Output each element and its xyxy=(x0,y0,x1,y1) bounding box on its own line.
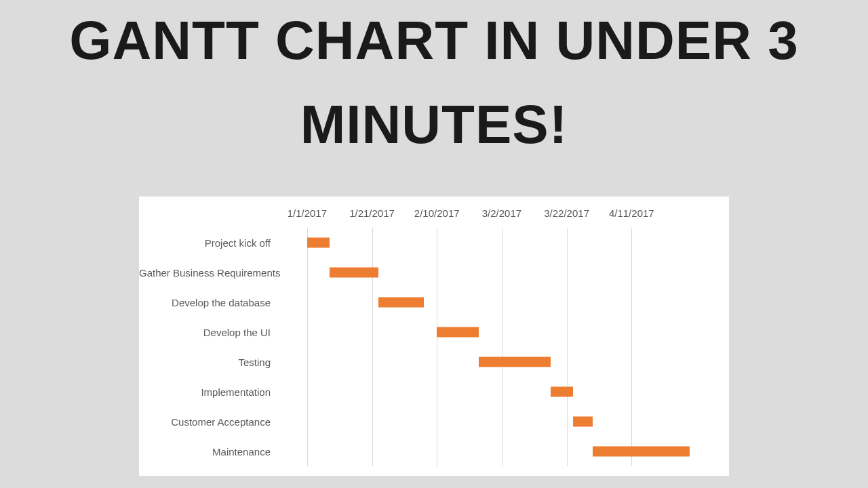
gantt-bar xyxy=(479,357,550,367)
x-tick-label: 4/11/2017 xyxy=(609,207,654,219)
gantt-bar xyxy=(573,417,593,427)
x-gridline xyxy=(567,228,568,466)
x-gridline xyxy=(502,228,502,466)
title-line-1: GANTT CHART IN UNDER 3 xyxy=(0,0,868,69)
y-tick-label: Implementation xyxy=(139,386,271,398)
y-tick-label: Maintenance xyxy=(139,446,271,458)
x-tick-label: 3/22/2017 xyxy=(544,207,589,219)
gantt-bar xyxy=(378,298,424,308)
y-tick-label: Gather Business Requirements xyxy=(139,267,271,279)
x-gridline xyxy=(437,228,437,466)
y-tick-label: Develop the UI xyxy=(139,327,271,338)
x-gridline xyxy=(372,228,373,466)
gantt-bar xyxy=(593,447,690,457)
plot-area xyxy=(275,228,696,466)
x-axis-labels: 1/1/20171/21/20172/10/20173/2/20173/22/2… xyxy=(275,207,696,224)
x-gridline xyxy=(307,228,308,466)
y-tick-label: Testing xyxy=(139,357,271,368)
y-tick-label: Customer Acceptance xyxy=(139,416,271,428)
x-tick-label: 3/2/2017 xyxy=(482,207,521,219)
y-tick-label: Project kick off xyxy=(139,237,271,249)
page-title: GANTT CHART IN UNDER 3 MINUTES! xyxy=(0,0,868,153)
x-gridline xyxy=(631,228,632,466)
gantt-bar xyxy=(330,268,378,278)
y-axis-labels: Project kick offGather Business Requirem… xyxy=(139,228,271,466)
gantt-bar xyxy=(551,387,573,397)
gantt-bar xyxy=(307,238,330,248)
gantt-bar xyxy=(437,327,479,338)
title-line-2: MINUTES! xyxy=(0,69,868,153)
y-tick-label: Develop the database xyxy=(139,297,271,308)
x-tick-label: 2/10/2017 xyxy=(414,207,460,219)
x-tick-label: 1/1/2017 xyxy=(288,207,327,219)
x-tick-label: 1/21/2017 xyxy=(349,207,395,219)
gantt-chart: 1/1/20171/21/20172/10/20173/2/20173/22/2… xyxy=(139,197,729,476)
